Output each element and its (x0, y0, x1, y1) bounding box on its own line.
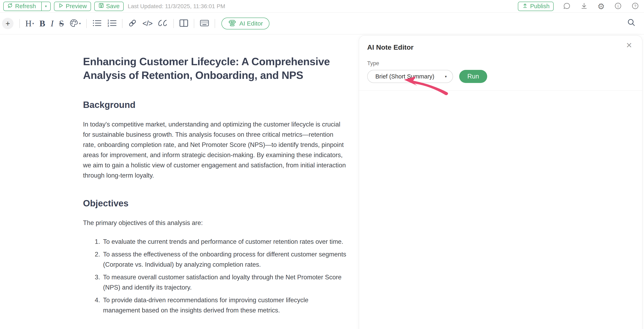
insert-block-button[interactable]: + (2, 18, 14, 29)
comment-bubble-icon (563, 2, 571, 10)
type-row: Brief (Short Summary) ▼ Run (367, 70, 634, 83)
type-select-dropdown[interactable]: Brief (Short Summary) ▼ (367, 70, 453, 83)
publish-button[interactable]: Publish (518, 2, 554, 11)
background-paragraph: In today's competitive market, understan… (83, 119, 347, 181)
strikethrough-button[interactable]: S (59, 19, 64, 28)
columns-button[interactable] (179, 19, 188, 28)
comments-button[interactable] (563, 2, 571, 10)
section-heading-background: Background (83, 100, 347, 110)
chevron-down-icon: ▾ (32, 22, 34, 25)
play-icon (58, 3, 64, 10)
palette-icon (69, 18, 78, 28)
ai-note-editor-panel: AI Note Editor × Type Brief (Short Summa… (359, 35, 642, 329)
toolbar-divider (194, 19, 194, 28)
link-icon (128, 18, 137, 28)
help-icon: ? (631, 2, 639, 10)
svg-text:3: 3 (108, 24, 109, 27)
svg-text:?: ? (634, 4, 636, 8)
search-icon (626, 17, 637, 29)
toolbar-divider (86, 19, 87, 28)
run-button[interactable]: Run (459, 70, 487, 83)
last-updated-text: Last Updated: 11/3/2025, 11:36:01 PM (128, 3, 225, 9)
svg-text:i: i (618, 4, 619, 8)
save-button[interactable]: Save (94, 2, 124, 11)
close-icon: × (626, 40, 632, 50)
document-editor[interactable]: Enhancing Customer Lifecycle: A Comprehe… (83, 34, 347, 318)
code-icon: </> (142, 19, 152, 28)
numbered-list-icon: 1 2 3 (107, 19, 116, 28)
ai-editor-label: AI Editor (240, 20, 263, 27)
help-button[interactable]: ? (631, 2, 639, 10)
document-title: Enhancing Customer Lifecycle: A Comprehe… (83, 55, 347, 82)
italic-icon: I (51, 19, 54, 28)
toolbar-divider (122, 19, 122, 28)
type-label: Type (367, 60, 634, 67)
info-icon: i (614, 2, 622, 10)
keyboard-shortcuts-button[interactable] (200, 19, 209, 27)
refresh-main-segment[interactable]: Refresh (4, 2, 39, 11)
robot-icon (228, 18, 236, 28)
blockquote-button[interactable] (158, 19, 168, 28)
objectives-intro: The primary objectives of this analysis … (83, 218, 347, 228)
refresh-button[interactable]: Refresh ▼ (3, 2, 51, 11)
publish-upload-icon (522, 2, 528, 10)
refresh-label: Refresh (15, 3, 36, 9)
app-window: Refresh ▼ Preview Save (0, 0, 644, 329)
bullet-list-icon (92, 19, 102, 28)
gear-icon: ⚙ (598, 2, 605, 10)
settings-button[interactable]: ⚙ (598, 2, 605, 10)
italic-button[interactable]: I (51, 19, 54, 28)
list-item: To evaluate the current trends and perfo… (102, 237, 347, 247)
refresh-icon (7, 2, 13, 10)
preview-label: Preview (66, 3, 87, 9)
download-icon (580, 2, 588, 10)
strikethrough-icon: S (59, 19, 64, 28)
code-button[interactable]: </> (142, 19, 152, 28)
heading-icon: H (25, 19, 32, 28)
formatting-toolbar: + H ▾ B I S ▾ (0, 13, 644, 34)
top-bar: Refresh ▼ Preview Save (0, 0, 644, 13)
objectives-list: To evaluate the current trends and perfo… (83, 237, 347, 316)
plus-icon: + (6, 20, 10, 27)
list-item: To provide data-driven recommendations f… (102, 295, 347, 316)
type-select-value: Brief (Short Summary) (375, 73, 434, 80)
search-button[interactable] (626, 17, 637, 29)
list-item: To measure overall customer satisfaction… (102, 272, 347, 293)
chevron-down-icon: ▼ (444, 75, 447, 78)
heading-menu-button[interactable]: H ▾ (25, 19, 34, 28)
keyboard-icon (200, 19, 209, 27)
bold-button[interactable]: B (40, 19, 45, 28)
bold-icon: B (40, 19, 45, 28)
info-button[interactable]: i (614, 2, 622, 10)
section-heading-objectives: Objectives (83, 198, 347, 208)
chevron-down-icon: ▾ (79, 22, 81, 25)
close-panel-button[interactable]: × (625, 40, 633, 50)
download-button[interactable] (580, 2, 588, 10)
save-label: Save (106, 3, 120, 9)
publish-label: Publish (530, 3, 550, 9)
refresh-caret-segment[interactable]: ▼ (41, 2, 50, 11)
save-icon (98, 3, 104, 10)
toolbar-divider (215, 19, 215, 28)
chevron-down-icon: ▼ (44, 4, 48, 8)
top-bar-actions: Publish ⚙ (518, 2, 639, 11)
panel-title: AI Note Editor (367, 43, 634, 51)
bullet-list-button[interactable] (92, 19, 102, 28)
toolbar-divider (173, 19, 174, 28)
quote-icon (158, 19, 168, 28)
columns-icon (179, 19, 188, 28)
ai-editor-button[interactable]: AI Editor (222, 17, 270, 29)
toolbar-divider (20, 19, 20, 28)
list-item: To assess the effectiveness of the onboa… (102, 249, 347, 270)
link-button[interactable] (128, 18, 137, 28)
text-color-button[interactable]: ▾ (69, 18, 81, 28)
preview-button[interactable]: Preview (54, 2, 91, 11)
numbered-list-button[interactable]: 1 2 3 (107, 19, 116, 28)
